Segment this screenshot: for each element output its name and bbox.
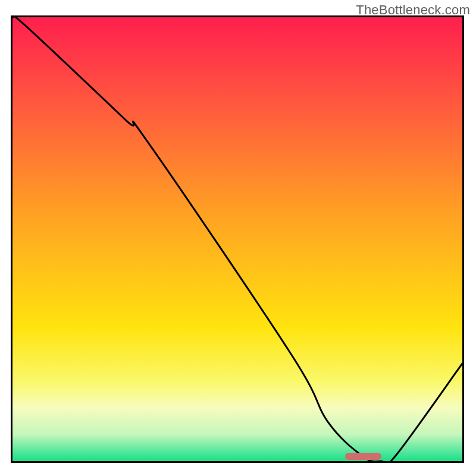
bottleneck-curve — [12, 17, 462, 461]
curve-layer — [12, 17, 462, 461]
optimal-zone-marker — [345, 453, 381, 460]
watermark-label: TheBottleneck.com — [356, 2, 470, 18]
bottleneck-chart: TheBottleneck.com — [0, 0, 476, 476]
plot-area — [11, 15, 464, 463]
